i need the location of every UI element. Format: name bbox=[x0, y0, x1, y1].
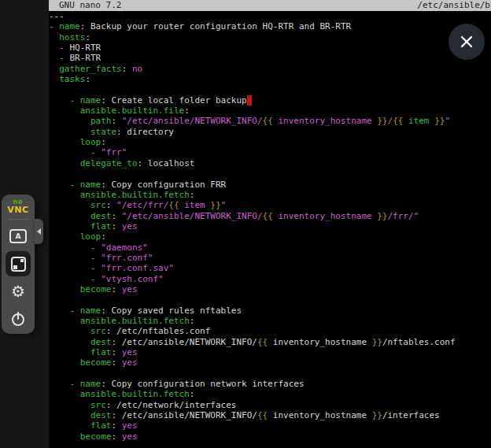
code-line: state: directory bbox=[49, 127, 491, 137]
code-line: become: yes bbox=[49, 284, 491, 294]
code-line: flat: yes bbox=[49, 347, 491, 357]
code-line bbox=[49, 294, 491, 305]
nano-filepath-label: /etc/ansible/b bbox=[417, 0, 491, 11]
bar-divider bbox=[8, 219, 28, 220]
code-line: become: yes bbox=[49, 431, 491, 442]
keyboard-a-icon: A bbox=[9, 229, 27, 243]
code-line: - "frr" bbox=[49, 147, 491, 157]
code-line: - name: Backup your router configuration… bbox=[49, 21, 491, 31]
code-line: - "frr.conf.sav" bbox=[49, 263, 491, 273]
code-line: delegate_to: localhost bbox=[49, 158, 491, 168]
power-icon bbox=[10, 311, 26, 327]
code-line: hosts: bbox=[49, 32, 491, 43]
code-line: gather_facts: no bbox=[49, 64, 491, 74]
code-line: ansible.builtin.fetch: bbox=[49, 389, 491, 399]
code-line: - name: Create local folder backup bbox=[49, 95, 491, 106]
close-x-icon bbox=[460, 35, 474, 49]
code-line bbox=[49, 168, 491, 179]
novnc-logo: no VNC bbox=[7, 199, 28, 213]
fullscreen-icon bbox=[11, 257, 26, 272]
code-line: dest: /etc/ansible/NETWORK_INFO/{{ inven… bbox=[49, 337, 491, 347]
gear-icon: ⚙ bbox=[11, 283, 25, 299]
extra-keys-button[interactable]: A bbox=[6, 224, 31, 249]
nano-terminal[interactable]: GNU nano 7.2 /etc/ansible/b ---- name: B… bbox=[49, 0, 491, 448]
code-line: become: yes bbox=[49, 357, 491, 368]
close-button[interactable] bbox=[449, 24, 485, 60]
terminal-body[interactable]: ---- name: Backup your router configurat… bbox=[49, 11, 491, 442]
code-line: dest: "/etc/ansible/NETWORK_INFO/{{ inve… bbox=[49, 211, 491, 221]
code-line: ansible.builtin.file: bbox=[49, 106, 491, 116]
settings-button[interactable]: ⚙ bbox=[6, 279, 31, 304]
code-line: - "vtysh.conf" bbox=[49, 274, 491, 284]
control-bar-handle[interactable] bbox=[35, 219, 43, 244]
code-line: loop: bbox=[49, 137, 491, 147]
code-line bbox=[49, 368, 491, 379]
code-line: - BR-RTR bbox=[49, 53, 491, 63]
code-line: - HQ-RTR bbox=[49, 43, 491, 53]
code-line: src: /etc/network/interfaces bbox=[49, 400, 491, 410]
code-line: flat: yes bbox=[49, 420, 491, 431]
code-line: --- bbox=[49, 11, 491, 21]
nano-version-label: GNU nano 7.2 bbox=[49, 0, 121, 11]
novnc-control-bar: no VNC A ⚙ bbox=[2, 194, 35, 334]
code-line: ansible.builtin.fetch: bbox=[49, 190, 491, 200]
code-line: - "frr.conf" bbox=[49, 253, 491, 263]
code-line: flat: yes bbox=[49, 221, 491, 231]
code-line bbox=[49, 84, 491, 94]
arrow-left-icon bbox=[37, 228, 41, 235]
code-line: ansible.builtin.fetch: bbox=[49, 316, 491, 326]
code-line: src: "/etc/frr/{{ item }}" bbox=[49, 200, 491, 210]
code-line: dest: /etc/ansible/NETWORK_INFO/{{ inven… bbox=[49, 410, 491, 420]
fullscreen-button[interactable] bbox=[6, 251, 31, 276]
code-line: src: /etc/nftables.conf bbox=[49, 326, 491, 336]
code-line: - name: Copy saved rules nftables bbox=[49, 305, 491, 316]
nano-titlebar: GNU nano 7.2 /etc/ansible/b bbox=[49, 0, 491, 11]
code-line: path: "/etc/ansible/NETWORK_INFO/{{ inve… bbox=[49, 116, 491, 126]
code-line: - name: Copy configuration network inter… bbox=[49, 379, 491, 389]
text-cursor bbox=[247, 95, 253, 106]
code-line: tasks: bbox=[49, 74, 491, 84]
novnc-logo-vnc: VNC bbox=[7, 207, 28, 213]
power-button[interactable] bbox=[6, 306, 31, 331]
code-line: - name: Copy configuration FRR bbox=[49, 180, 491, 190]
code-line: - "daemons" bbox=[49, 243, 491, 253]
code-line: loop: bbox=[49, 231, 491, 242]
